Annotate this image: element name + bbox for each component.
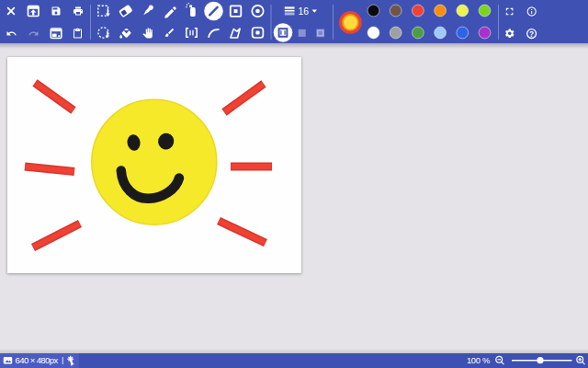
svg-text:16: 16 bbox=[299, 6, 310, 17]
svg-text:100 %: 100 % bbox=[467, 355, 490, 365]
svg-text:640 × 480px: 640 × 480px bbox=[16, 355, 59, 365]
svg-text:?: ? bbox=[529, 30, 534, 39]
